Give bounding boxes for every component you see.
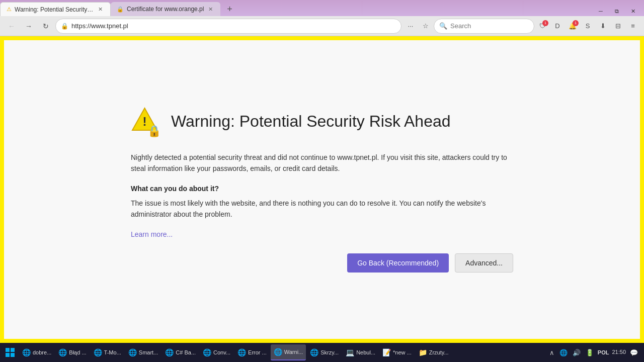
taskbar-icon-11: 📁	[419, 348, 427, 356]
taskbar-label-4: C# Ba...	[176, 349, 196, 355]
taskbar-item-8[interactable]: 🌐 Skrzy...	[307, 344, 342, 360]
clock-time: 21:50	[612, 348, 626, 356]
addon-button[interactable]: 🔔 1	[566, 19, 580, 33]
taskbar-label-7: Warni...	[284, 349, 303, 355]
language-indicator[interactable]: POL	[598, 349, 609, 355]
taskbar-label-8: Skrzy...	[320, 349, 339, 355]
notification-icon[interactable]: 💬	[629, 348, 639, 357]
learn-more-link[interactable]: Learn more...	[131, 230, 173, 238]
extension-badge: 1	[542, 20, 548, 26]
taskbar-item-4[interactable]: 🌐 C# Ba...	[162, 344, 199, 360]
taskbar: 🌐 dobre... 🌐 Błąd ... 🌐 T-Mo... 🌐 Smart.…	[0, 343, 644, 362]
address-bar[interactable]: 🔒 https://www.tpnet.pl	[55, 19, 401, 34]
security-warning-icon: 🔒	[61, 23, 68, 30]
warning-box: ! 🔒 Warning: Potential Security Risk Ahe…	[121, 86, 523, 293]
toolbar-actions: ··· ☆ 🔍 🛡 1 D 🔔 1 S ⬇ ⊟ ≡	[404, 19, 640, 34]
close-button[interactable]: ✕	[626, 6, 640, 16]
svg-rect-3	[11, 348, 15, 352]
tray-chevron[interactable]: ∧	[548, 348, 555, 357]
minimize-button[interactable]: ─	[594, 6, 608, 16]
forward-button[interactable]: →	[21, 19, 36, 34]
svg-rect-4	[6, 353, 10, 357]
taskbar-item-1[interactable]: 🌐 Błąd ...	[55, 344, 89, 360]
volume-icon[interactable]: 🔊	[572, 348, 582, 357]
taskbar-label-5: Conv...	[213, 349, 230, 355]
tab-warning[interactable]: ⚠ Warning: Potential Security Ris… ✕	[0, 2, 111, 16]
taskbar-label-0: dobre...	[33, 349, 51, 355]
taskbar-item-6[interactable]: 🌐 Error ...	[234, 344, 270, 360]
page-content: ! 🔒 Warning: Potential Security Risk Ahe…	[4, 40, 640, 339]
warning-tab-icon: ⚠	[7, 6, 12, 13]
new-tab-button[interactable]: +	[222, 2, 236, 16]
taskbar-icon-6: 🌐	[237, 348, 246, 356]
taskbar-icon-2: 🌐	[94, 348, 102, 356]
reload-button[interactable]: ↻	[38, 19, 53, 34]
url-display: https://www.tpnet.pl	[71, 22, 396, 30]
battery-icon[interactable]: 🔋	[585, 348, 595, 357]
back-button[interactable]: ←	[4, 19, 19, 34]
taskbar-label-11: Zrzuty...	[429, 349, 449, 355]
taskbar-icon-0: 🌐	[22, 348, 31, 356]
taskbar-icon-3: 🌐	[128, 348, 137, 356]
tab-close-warning[interactable]: ✕	[97, 6, 104, 13]
warning-description: Nightly detected a potential security th…	[131, 152, 513, 174]
taskbar-item-2[interactable]: 🌐 T-Mo...	[91, 344, 124, 360]
content-area-wrapper: ! 🔒 Warning: Potential Security Risk Ahe…	[0, 36, 644, 343]
taskbar-icon-4: 🌐	[165, 348, 174, 356]
system-clock[interactable]: 21:50	[612, 348, 626, 356]
taskbar-icon-8: 🌐	[310, 348, 318, 356]
svg-rect-2	[6, 348, 10, 352]
tab-close-cert[interactable]: ✕	[207, 6, 214, 13]
taskbar-label-9: Nebul...	[356, 349, 375, 355]
what-can-do-text: The issue is most likely with the websit…	[131, 198, 513, 220]
taskbar-icon-5: 🌐	[203, 348, 211, 356]
taskbar-label-3: Smart...	[139, 349, 158, 355]
taskbar-item-10[interactable]: 📝 *new ...	[379, 344, 415, 360]
taskbar-label-1: Błąd ...	[69, 349, 86, 355]
windows-logo-icon	[5, 347, 15, 357]
extensions-button[interactable]: 🛡 1	[535, 19, 549, 33]
start-button[interactable]	[2, 344, 18, 360]
spellcheck-button[interactable]: S	[581, 19, 595, 33]
what-can-do-title: What can you do about it?	[131, 185, 513, 193]
tabs-bar: ⚠ Warning: Potential Security Ris… ✕ 🔒 C…	[0, 0, 644, 16]
warning-icon-wrap: ! 🔒	[131, 107, 161, 137]
taskbar-item-5[interactable]: 🌐 Conv...	[200, 344, 233, 360]
dictionary-button[interactable]: D	[550, 19, 565, 33]
advanced-button[interactable]: Advanced...	[455, 253, 513, 273]
taskbar-icon-7: 🌐	[274, 348, 282, 356]
cert-tab-icon: 🔒	[117, 6, 124, 13]
taskbar-item-0[interactable]: 🌐 dobre...	[19, 344, 54, 360]
search-box[interactable]: 🔍	[434, 19, 534, 34]
network-icon[interactable]: 🌐	[558, 348, 569, 357]
taskbar-icon-1: 🌐	[58, 348, 67, 356]
warning-header: ! 🔒 Warning: Potential Security Risk Ahe…	[131, 107, 513, 137]
taskbar-item-11[interactable]: 📁 Zrzuty...	[416, 344, 452, 360]
synced-tabs-button[interactable]: ⊟	[611, 19, 625, 33]
taskbar-icon-10: 📝	[382, 348, 391, 356]
taskbar-label-2: T-Mo...	[104, 349, 121, 355]
taskbar-item-9[interactable]: 💻 Nebul...	[343, 344, 378, 360]
taskbar-label-10: *new ...	[393, 349, 412, 355]
taskbar-label-6: Error ...	[248, 349, 267, 355]
go-back-button[interactable]: Go Back (Recommended)	[347, 253, 449, 273]
tab-certificate[interactable]: 🔒 Certificate for www.orange.pl ✕	[111, 2, 220, 16]
addon-badge: 1	[573, 20, 579, 26]
restore-button[interactable]: ⧉	[610, 6, 624, 16]
lock-overlay-icon: 🔒	[147, 125, 161, 138]
search-input[interactable]	[450, 22, 521, 30]
toolbar: ← → ↻ 🔒 https://www.tpnet.pl ··· ☆ 🔍 🛡 1…	[0, 16, 644, 36]
svg-text:!: !	[143, 115, 147, 128]
bookmark-button[interactable]: ☆	[419, 19, 433, 33]
ellipsis-button[interactable]: ···	[404, 19, 418, 33]
svg-rect-5	[11, 353, 15, 357]
taskbar-item-3[interactable]: 🌐 Smart...	[125, 344, 162, 360]
window-controls: ─ ⧉ ✕	[594, 6, 644, 16]
page-title: Warning: Potential Security Risk Ahead	[171, 112, 451, 131]
download-button[interactable]: ⬇	[596, 19, 610, 33]
menu-button[interactable]: ≡	[626, 19, 640, 33]
search-icon: 🔍	[439, 22, 447, 30]
tab-cert-label: Certificate for www.orange.pl	[127, 6, 204, 13]
taskbar-item-7[interactable]: 🌐 Warni...	[271, 344, 306, 360]
taskbar-right: ∧ 🌐 🔊 🔋 POL 21:50 💬	[548, 348, 642, 357]
